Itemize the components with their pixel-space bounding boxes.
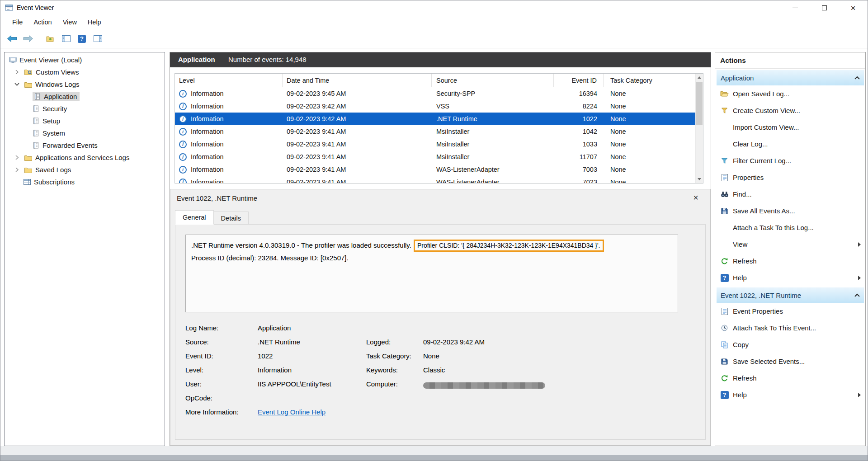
forward-button[interactable] (21, 32, 35, 46)
event-task-cell: None (604, 141, 696, 148)
event-row[interactable]: iInformation 09-02-2023 9:45 AM Security… (175, 87, 696, 100)
tab-details[interactable]: Details (214, 212, 249, 225)
action-view-submenu[interactable]: View (715, 236, 865, 253)
action-refresh[interactable]: Refresh (715, 253, 865, 269)
tree-item-application[interactable]: Application (5, 90, 165, 103)
properties-icon (720, 173, 729, 182)
scroll-up-button[interactable] (696, 74, 703, 81)
column-header-level[interactable]: Level (175, 74, 283, 87)
event-viewer-app-icon (5, 4, 13, 11)
show-action-pane-button[interactable] (90, 32, 105, 46)
action-attach-task-to-log[interactable]: Attach a Task To this Log... (715, 219, 865, 236)
action-create-custom-view[interactable]: Create Custom View... (715, 102, 865, 119)
folder-icon (24, 155, 32, 161)
event-id-cell: 1022 (554, 115, 604, 122)
chevron-right-icon[interactable] (14, 166, 21, 173)
tree-item-security[interactable]: Security (5, 103, 165, 115)
action-copy[interactable]: Copy (715, 336, 865, 353)
maximize-button[interactable] (810, 0, 839, 15)
action-import-custom-view[interactable]: Import Custom View... (715, 119, 865, 136)
actions-section-event[interactable]: Event 1022, .NET Runtime (717, 287, 864, 303)
event-row[interactable]: iInformation 09-02-2023 9:41 AM MsiInsta… (175, 125, 696, 138)
menu-view[interactable]: View (57, 17, 82, 28)
tree-item-windows-logs[interactable]: Windows Logs (5, 78, 165, 90)
event-row-selected[interactable]: iInformation 09-02-2023 9:42 AM .NET Run… (175, 113, 696, 125)
tree-item-event-viewer-local[interactable]: Event Viewer (Local) (5, 54, 165, 66)
event-source-cell: WAS-ListenerAdapter (432, 166, 554, 173)
tree-item-forwarded-events[interactable]: Forwarded Events (5, 139, 165, 151)
preview-tabs: General Details (175, 210, 249, 225)
vertical-scrollbar[interactable] (695, 74, 703, 183)
help-toolbar-button[interactable]: ? (75, 32, 89, 46)
event-task-cell: None (604, 128, 696, 135)
tree-item-label: Setup (42, 117, 60, 125)
actions-section-application[interactable]: Application (717, 70, 864, 85)
scrollbar-thumb[interactable] (696, 82, 703, 125)
event-row[interactable]: iInformation 09-02-2023 9:41 AM MsiInsta… (175, 138, 696, 151)
column-header-date-time[interactable]: Date and Time (283, 74, 432, 87)
action-label: Properties (733, 174, 764, 181)
show-console-tree-button[interactable] (59, 32, 73, 46)
action-label: Filter Current Log... (733, 157, 791, 165)
event-log-online-help-link[interactable]: Event Log Online Help (258, 408, 326, 416)
information-icon: i (179, 103, 187, 110)
event-row[interactable]: iInformation 09-02-2023 9:41 AM MsiInsta… (175, 151, 696, 163)
tree-item-applications-and-services-logs[interactable]: Applications and Services Logs (5, 151, 165, 164)
collapse-section-icon[interactable] (854, 75, 860, 80)
scroll-down-button[interactable] (696, 175, 703, 183)
action-clear-log[interactable]: Clear Log... (715, 136, 865, 152)
action-label: Clear Log... (733, 140, 768, 148)
menu-action[interactable]: Action (28, 17, 57, 28)
column-header-source[interactable]: Source (432, 74, 554, 87)
export-log-button[interactable] (43, 32, 57, 46)
event-source-cell: Security-SPP (432, 90, 554, 97)
back-button[interactable] (5, 32, 19, 46)
results-pane: Application Number of events: 14,948 Lev… (170, 52, 711, 446)
information-icon: i (179, 90, 187, 98)
event-date-cell: 09-02-2023 9:41 AM (283, 153, 432, 160)
menu-help[interactable]: Help (82, 17, 107, 28)
show-action-pane-icon (94, 35, 102, 42)
scroll-up-icon (698, 76, 701, 79)
tree-item-saved-logs[interactable]: Saved Logs (5, 164, 165, 176)
action-event-properties[interactable]: Event Properties (715, 303, 865, 320)
event-row-partial[interactable]: iInformation 09-02-2023 9:41 AM WAS-List… (175, 176, 696, 183)
chevron-right-icon[interactable] (14, 69, 21, 75)
action-attach-task-to-event[interactable]: Attach Task To This Event... (715, 320, 865, 336)
column-header-task-category[interactable]: Task Category (604, 74, 696, 87)
tree-item-setup[interactable]: Setup (5, 115, 165, 127)
action-refresh-event[interactable]: Refresh (715, 370, 865, 386)
help-icon: ? (720, 390, 729, 399)
action-save-selected-events[interactable]: Save Selected Events... (715, 353, 865, 370)
event-log-icon (33, 142, 39, 149)
action-help-submenu[interactable]: ? Help (715, 269, 865, 286)
event-level-cell: iInformation (175, 90, 283, 98)
event-row[interactable]: iInformation 09-02-2023 9:41 AM WAS-List… (175, 163, 696, 176)
section-header-label: Event 1022, .NET Runtime (721, 292, 801, 299)
action-save-all-events-as[interactable]: Save All Events As... (715, 202, 865, 219)
chevron-right-icon[interactable] (14, 154, 21, 161)
action-help-event-submenu[interactable]: ? Help (715, 386, 865, 403)
task-clock-icon (720, 324, 729, 332)
chevron-down-icon[interactable] (14, 81, 21, 88)
column-header-event-id[interactable]: Event ID (554, 74, 604, 87)
action-properties[interactable]: Properties (715, 169, 865, 186)
event-list-body: iInformation 09-02-2023 9:45 AM Security… (175, 87, 696, 183)
action-find[interactable]: Find... (715, 186, 865, 202)
tree-item-subscriptions[interactable]: Subscriptions (5, 176, 165, 188)
close-preview-icon[interactable]: × (693, 193, 698, 202)
minimize-button[interactable] (781, 0, 810, 15)
minimize-icon (793, 8, 798, 8)
tree-item-custom-views[interactable]: Custom Views (5, 66, 165, 78)
event-description[interactable]: .NET Runtime version 4.0.30319.0 - The p… (185, 235, 678, 312)
close-button[interactable]: × (839, 0, 868, 15)
console-root-icon (9, 56, 17, 64)
action-filter-current-log[interactable]: Filter Current Log... (715, 152, 865, 169)
event-row[interactable]: iInformation 09-02-2023 9:42 AM VSS 8224… (175, 100, 696, 113)
menu-file[interactable]: File (7, 17, 28, 28)
level-value: Information (258, 363, 366, 375)
collapse-section-icon[interactable] (854, 293, 860, 297)
tree-item-system[interactable]: System (5, 127, 165, 139)
tab-general[interactable]: General (175, 210, 214, 225)
action-open-saved-log[interactable]: Open Saved Log... (715, 85, 865, 102)
